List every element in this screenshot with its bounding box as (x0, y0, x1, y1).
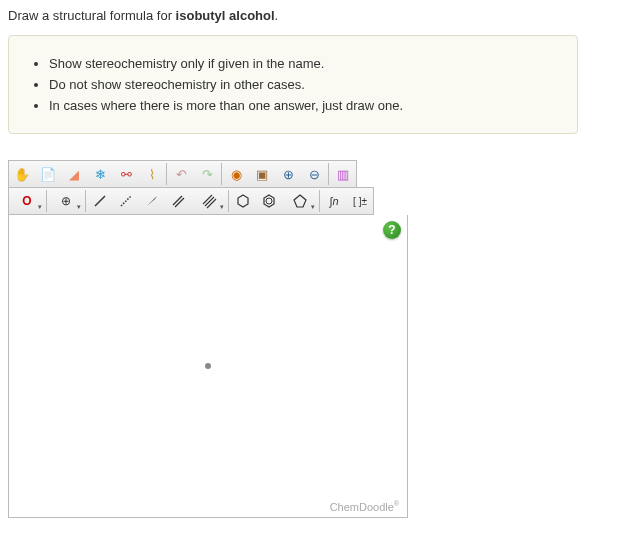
double-bond-icon[interactable] (166, 189, 190, 213)
sn-label: ∫n (329, 195, 338, 207)
chevron-down-icon: ▾ (38, 203, 42, 211)
dotted-bond-icon[interactable] (114, 189, 138, 213)
prompt-compound: isobutyl alcohol (176, 8, 275, 23)
pentagon-icon[interactable]: ▾ (283, 189, 317, 213)
snowflake-icon[interactable]: ❄ (88, 162, 112, 186)
hand-icon[interactable]: ✋ (10, 162, 34, 186)
sn-tool[interactable]: ∫n (322, 189, 346, 213)
chevron-down-icon: ▾ (77, 203, 81, 211)
hint-item: In cases where there is more than one an… (49, 98, 559, 113)
palette-icon-glyph: ▥ (337, 167, 349, 182)
color-icon[interactable]: ◉ (224, 162, 248, 186)
element-picker[interactable]: O ▾ (10, 189, 44, 213)
zoom-in-icon-glyph: ⊕ (283, 167, 294, 182)
chain-icon[interactable]: ⚯ (114, 162, 138, 186)
hexagon-icon[interactable] (231, 189, 255, 213)
toolbar-row-2: O ▾ ⊕ ▾ ▾ (8, 187, 374, 215)
palette-icon[interactable]: ▥ (331, 162, 355, 186)
hand-icon-glyph: ✋ (14, 167, 30, 182)
help-button[interactable]: ? (383, 221, 401, 239)
drawing-canvas[interactable]: ? ChemDoodle® (8, 215, 408, 518)
color-icon-glyph: ◉ (231, 167, 242, 182)
charge-icon: ⊕ (61, 194, 71, 208)
bracket-tool[interactable]: [ ]± (348, 189, 372, 213)
paste-icon-glyph: 📄 (40, 167, 56, 182)
svg-line-6 (205, 197, 214, 206)
svg-line-1 (121, 196, 131, 206)
prompt-prefix: Draw a structural formula for (8, 8, 176, 23)
charge-picker[interactable]: ⊕ ▾ (49, 189, 83, 213)
zoom-out-icon[interactable]: ⊖ (302, 162, 326, 186)
wedge-bond-icon[interactable] (140, 189, 164, 213)
undo-icon-glyph: ↶ (176, 167, 187, 182)
paste-icon[interactable]: 📄 (36, 162, 60, 186)
undo-icon[interactable]: ↶ (169, 162, 193, 186)
svg-point-10 (266, 198, 272, 204)
structure-editor: ✋📄◢❄⚯⌇↶↷◉▣⊕⊖▥ O ▾ ⊕ ▾ ▾ (8, 160, 408, 518)
snowflake-icon-glyph: ❄ (95, 167, 106, 182)
toolbar-row-1: ✋📄◢❄⚯⌇↶↷◉▣⊕⊖▥ (8, 160, 357, 187)
view-icon[interactable]: ▣ (250, 162, 274, 186)
svg-marker-2 (147, 196, 157, 206)
zoom-in-icon[interactable]: ⊕ (276, 162, 300, 186)
benzene-icon[interactable] (257, 189, 281, 213)
eraser-icon-glyph: ◢ (69, 167, 79, 182)
group-icon-glyph: ⌇ (149, 167, 155, 182)
chain-icon-glyph: ⚯ (121, 167, 132, 182)
svg-line-5 (203, 195, 212, 204)
view-icon-glyph: ▣ (256, 167, 268, 182)
redo-icon[interactable]: ↷ (195, 162, 219, 186)
single-bond-icon[interactable] (88, 189, 112, 213)
svg-line-7 (207, 199, 216, 208)
help-icon: ? (388, 223, 395, 237)
svg-line-0 (95, 196, 105, 206)
chevron-down-icon: ▾ (311, 203, 315, 211)
redo-icon-glyph: ↷ (202, 167, 213, 182)
triple-bond-icon[interactable]: ▾ (192, 189, 226, 213)
prompt-suffix: . (275, 8, 279, 23)
question-prompt: Draw a structural formula for isobutyl a… (8, 8, 624, 23)
canvas-origin-dot (205, 363, 211, 369)
element-label: O (22, 194, 31, 208)
zoom-out-icon-glyph: ⊖ (309, 167, 320, 182)
svg-marker-8 (238, 195, 248, 207)
brand-watermark: ChemDoodle® (330, 500, 399, 513)
chevron-down-icon: ▾ (220, 203, 224, 211)
hints-panel: Show stereochemistry only if given in th… (8, 35, 578, 134)
group-icon[interactable]: ⌇ (140, 162, 164, 186)
svg-marker-11 (294, 195, 306, 207)
hint-item: Do not show stereochemistry in other cas… (49, 77, 559, 92)
eraser-icon[interactable]: ◢ (62, 162, 86, 186)
bracket-icon: [ ]± (353, 196, 367, 207)
hint-item: Show stereochemistry only if given in th… (49, 56, 559, 71)
